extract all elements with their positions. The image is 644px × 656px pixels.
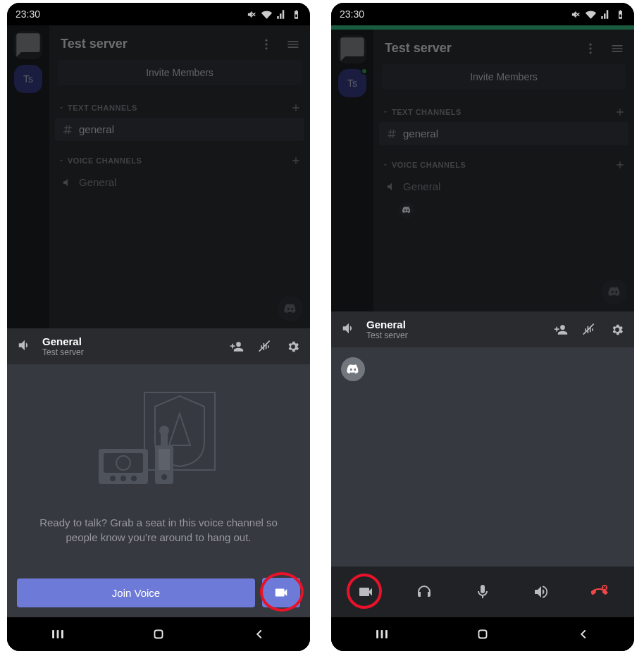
discord-fab[interactable] (278, 296, 303, 321)
nav-bar (7, 617, 310, 651)
status-bar: 23:30 (7, 3, 310, 25)
svg-rect-11 (159, 449, 170, 470)
wifi-icon (261, 9, 272, 20)
hamburger-icon[interactable] (610, 42, 624, 56)
clock: 23:30 (16, 8, 40, 20)
svg-point-8 (120, 476, 126, 481)
back-icon[interactable] (252, 626, 267, 642)
svg-rect-15 (154, 631, 162, 638)
home-icon[interactable] (151, 626, 166, 642)
recents-icon[interactable] (50, 626, 66, 642)
svg-point-18 (589, 51, 591, 54)
server-panel-dimmed: Ts Test server Invite Members TEXT CHANN… (7, 25, 310, 328)
home-icon[interactable] (475, 626, 490, 642)
server-panel-dimmed: Ts Test server Invite Members TEXT CHANN… (331, 30, 634, 311)
svg-point-2 (265, 47, 267, 49)
server-rail: Ts (7, 25, 49, 328)
svg-point-14 (159, 426, 169, 435)
server-content: Test server Invite Members TEXT CHANNELS… (49, 25, 310, 328)
disconnect-button[interactable] (584, 576, 615, 607)
mute-icon (247, 9, 257, 20)
deafen-button[interactable] (409, 576, 440, 607)
status-bar: 23:30 (331, 3, 634, 25)
server-rail: Ts (331, 30, 373, 311)
signal-icon (600, 9, 611, 20)
nav-bar (331, 617, 634, 651)
add-voice-channel-icon[interactable] (614, 159, 626, 171)
left-phone: 23:30 Ts Test server (7, 3, 310, 651)
speaker-icon[interactable] (341, 321, 357, 339)
voice-header: General Test server (7, 328, 310, 364)
noise-suppress-icon[interactable] (258, 340, 272, 354)
server-content: Test server Invite Members TEXT CHANNELS… (373, 30, 634, 311)
illustration (88, 385, 229, 498)
add-voice-channel-icon[interactable] (290, 155, 302, 166)
voice-body: Ready to talk? Grab a seat in this voice… (7, 364, 310, 617)
signal-icon (276, 9, 287, 20)
text-channel-general[interactable]: general (379, 122, 628, 145)
invite-button[interactable]: Invite Members (382, 64, 626, 89)
more-icon[interactable] (583, 42, 597, 56)
svg-point-16 (589, 43, 591, 45)
hamburger-icon[interactable] (286, 37, 300, 51)
invite-button[interactable]: Invite Members (58, 60, 302, 85)
add-text-channel-icon[interactable] (290, 102, 302, 113)
speaker-button[interactable] (526, 576, 557, 607)
hash-icon (386, 128, 397, 140)
gear-icon[interactable] (610, 323, 624, 337)
voice-body-connected (331, 347, 634, 567)
video-button[interactable] (262, 578, 300, 607)
svg-point-9 (131, 476, 137, 481)
voice-channel-general[interactable]: General (55, 171, 304, 194)
recents-icon[interactable] (374, 626, 390, 642)
svg-rect-20 (478, 631, 486, 638)
participant-avatar[interactable] (341, 357, 365, 381)
add-user-icon[interactable] (230, 340, 244, 354)
voice-server-sub: Test server (42, 347, 220, 357)
wifi-icon (586, 9, 596, 20)
online-dot (361, 68, 368, 75)
speaker-icon (386, 181, 397, 192)
voice-channel-general[interactable]: General (379, 175, 628, 198)
status-icons (247, 9, 302, 20)
speaker-icon (62, 177, 73, 188)
server-badge[interactable]: Ts (338, 69, 366, 97)
svg-point-7 (110, 476, 116, 481)
voice-channel-title: General (366, 318, 544, 330)
mute-icon (571, 9, 581, 20)
voice-user-avatar[interactable] (399, 202, 414, 218)
noise-suppress-icon[interactable] (582, 323, 596, 337)
server-title: Test server (385, 41, 452, 56)
discord-fab[interactable] (602, 279, 627, 304)
dm-icon[interactable] (338, 35, 366, 63)
svg-point-12 (161, 474, 167, 480)
text-channel-general[interactable]: general (55, 118, 304, 141)
svg-point-17 (589, 47, 591, 49)
voice-channels-header[interactable]: VOICE CHANNELS (379, 155, 628, 175)
text-channels-header[interactable]: TEXT CHANNELS (55, 98, 304, 118)
text-channels-header[interactable]: TEXT CHANNELS (379, 102, 628, 122)
mic-button[interactable] (467, 576, 498, 607)
voice-controls (331, 567, 634, 617)
gear-icon[interactable] (286, 340, 300, 354)
back-icon[interactable] (576, 626, 591, 642)
voice-server-sub: Test server (366, 330, 544, 340)
voice-prompt: Ready to talk? Grab a seat in this voice… (34, 515, 283, 545)
voice-channel-title: General (42, 335, 220, 347)
join-voice-button[interactable]: Join Voice (17, 578, 255, 607)
dm-icon[interactable] (14, 31, 42, 59)
server-badge[interactable]: Ts (14, 65, 42, 93)
server-title: Test server (61, 37, 128, 51)
voice-channels-header[interactable]: VOICE CHANNELS (55, 151, 304, 171)
camera-button[interactable] (350, 576, 381, 607)
add-text-channel-icon[interactable] (614, 106, 626, 118)
clock: 23:30 (340, 8, 364, 20)
svg-point-0 (265, 39, 267, 41)
right-phone: 23:30 Ts Test server (331, 3, 634, 651)
hash-icon (62, 124, 73, 135)
battery-icon (615, 9, 626, 20)
svg-point-1 (265, 43, 267, 45)
more-icon[interactable] (259, 37, 273, 51)
add-user-icon[interactable] (554, 323, 568, 337)
speaker-icon[interactable] (17, 338, 32, 356)
